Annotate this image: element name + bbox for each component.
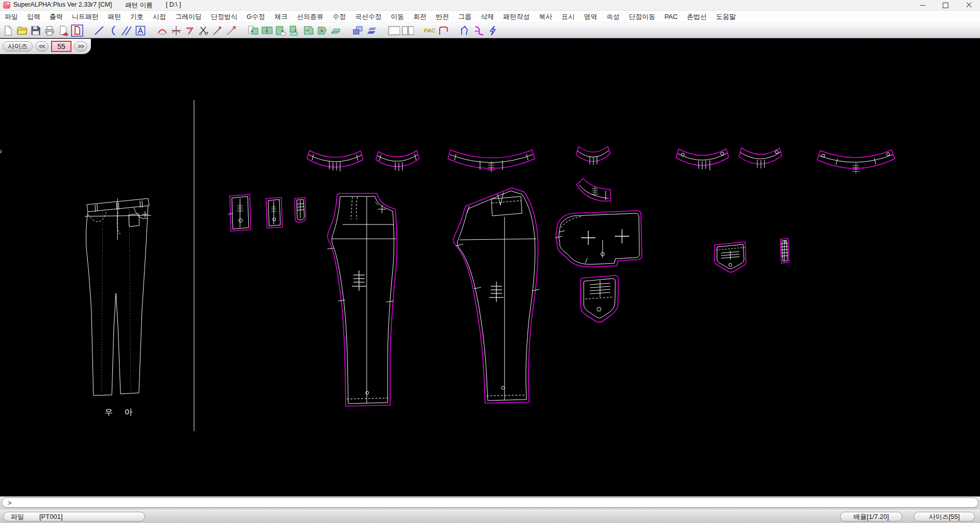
menu-item-knit-pattern[interactable]: 니트패턴 [67,11,103,22]
menu-item-copy[interactable]: 복사 [534,11,557,22]
pattern-piece-waistband-1[interactable] [307,151,363,171]
menu-item-symbol[interactable]: 기호 [126,11,148,22]
maximize-icon [943,3,948,8]
size-value-box[interactable]: 55 [51,41,71,52]
line-tool-icon[interactable] [93,24,105,37]
lightning-tool-icon[interactable] [487,24,499,37]
pattern-cut-icon[interactable] [275,24,287,37]
pac-icon[interactable]: PAC [423,24,436,37]
pattern-piece-waistband-2[interactable] [376,151,419,171]
menu-item-file[interactable]: 파일 [0,11,22,22]
menu-item-line-type[interactable]: 선의종류 [292,11,328,22]
pattern-piece-waistband-4[interactable] [0,146,610,165]
file-path-label: [ D:\ ] [166,1,181,10]
pattern-piece-pocket-flap[interactable] [714,242,746,272]
pattern-piece-fly-guard[interactable] [295,197,306,222]
menu-item-display[interactable]: 표시 [557,11,579,22]
pattern-copy-icon[interactable] [261,24,273,37]
arc-tool-icon[interactable] [156,24,169,37]
menu-item-input[interactable]: 입력 [22,11,45,22]
command-bar: > [0,496,980,510]
pattern-rotate-icon[interactable] [316,24,328,37]
angle-tool-icon[interactable] [184,24,196,37]
layer-stack-icon[interactable] [366,24,378,37]
scale-badge: 배율[1/7.20] [840,512,902,521]
pattern-merge-icon[interactable] [302,24,315,37]
measure-arrow-alt-tool-icon[interactable] [225,24,237,37]
pattern-piece-yoke-band[interactable] [577,179,611,201]
menu-item-pattern[interactable]: 패턴 [103,11,126,22]
pattern-piece-pocket-bag[interactable] [581,276,618,322]
menu-item-area[interactable]: 영역 [579,11,602,22]
app-version-text: SuperALPHA:Plus Ver 2.33r7 [CM] [13,1,112,10]
size-tab[interactable]: 사이즈 [3,41,33,52]
size-bar: 사이즈 << 55 >> [0,39,91,54]
pattern-piece-back-yoke[interactable] [555,211,642,267]
hook-tool-icon[interactable] [437,24,449,37]
pattern-piece-waistband-7[interactable] [817,150,895,174]
size-next-button[interactable]: >> [74,41,87,52]
pattern-piece-waistband-6[interactable] [739,148,782,168]
parallel-lines-tool-icon[interactable] [121,24,133,37]
menu-item-pattern-create[interactable]: 패턴작성 [498,11,534,22]
intersect-tool-icon[interactable] [170,24,182,37]
pattern-piece-waistband-3[interactable] [448,150,535,172]
menu-item-point-move[interactable]: 단점이동 [624,11,660,22]
curve-edit-tool-icon[interactable] [473,24,485,37]
menu-item-notch-method[interactable]: 단정방식 [206,11,242,22]
menu-item-check[interactable]: 체크 [270,11,292,22]
garment-preview-sketch[interactable]: 우 아 [85,198,151,416]
menu-item-help[interactable]: 도움말 [711,11,740,22]
piece-label: 우 아 [105,408,137,416]
pattern-piece-front-leg[interactable] [327,193,397,406]
menu-item-move[interactable]: 이동 [386,11,409,22]
close-button[interactable] [957,0,980,10]
menu-item-g-edit[interactable]: G수정 [242,11,270,22]
pattern-piece-facing-1[interactable] [228,194,251,231]
pattern-piece-facing-2[interactable] [266,197,282,228]
pattern-piece-back-leg[interactable] [453,188,539,403]
command-input[interactable]: > [2,497,978,508]
pattern-flatten-icon[interactable] [330,24,342,37]
pattern-split-icon[interactable] [289,24,301,37]
app-icon [3,2,10,9]
menu-item-curve-edit[interactable]: 곡선수정 [350,11,386,22]
menu-item-seam[interactable]: 시접 [148,11,171,22]
menu-item-grading[interactable]: 그레이딩 [171,11,206,22]
active-document-icon[interactable] [71,24,83,37]
menu-item-group[interactable]: 그룹 [453,11,476,22]
pattern-name-label: 패턴 이름 [125,1,152,10]
print-icon[interactable] [43,24,56,37]
frame-double-icon[interactable] [401,24,414,37]
measure-arrow-tool-icon[interactable] [211,24,224,37]
size-prev-button[interactable]: << [35,41,49,52]
menu-item-edit[interactable]: 수정 [328,11,350,22]
menu-item-output[interactable]: 출력 [45,11,67,22]
save-icon[interactable] [30,24,42,37]
menu-item-rotate[interactable]: 회전 [409,11,431,22]
menu-item-delete[interactable]: 삭제 [476,11,498,22]
pattern-piece-waistband-5[interactable] [676,149,729,170]
size-badge: 사이즈[55] [914,512,975,521]
text-tool-icon[interactable] [134,24,147,37]
file-status-pill: 파일 [PT001] [3,512,145,521]
frame-icon[interactable] [388,24,400,37]
scissors-tool-icon[interactable] [198,24,210,37]
drawing-canvas[interactable]: 우 아 [0,39,980,496]
new-document-icon[interactable] [2,24,14,37]
menu-bar: 파일 입력 출력 니트패턴 패턴 기호 시접 그레이딩 단정방식 G수정 체크 … [0,11,980,22]
pattern-piece-belt-loop[interactable] [780,238,789,263]
curve-tool-icon[interactable] [107,24,119,37]
layer-copy-icon[interactable] [352,24,364,37]
window-controls [911,0,980,10]
pattern-extract-icon[interactable] [247,24,259,37]
menu-item-dimension-line[interactable]: 촌법선 [682,11,711,22]
open-folder-icon[interactable] [16,24,28,37]
minimize-button[interactable] [911,0,934,10]
menu-item-property[interactable]: 속성 [602,11,624,22]
maximize-button[interactable] [934,0,957,10]
export-document-icon[interactable] [57,24,69,37]
polyline-tool-icon[interactable] [459,24,471,37]
menu-item-flip[interactable]: 반전 [431,11,453,22]
menu-item-pac[interactable]: PAC [660,12,682,21]
